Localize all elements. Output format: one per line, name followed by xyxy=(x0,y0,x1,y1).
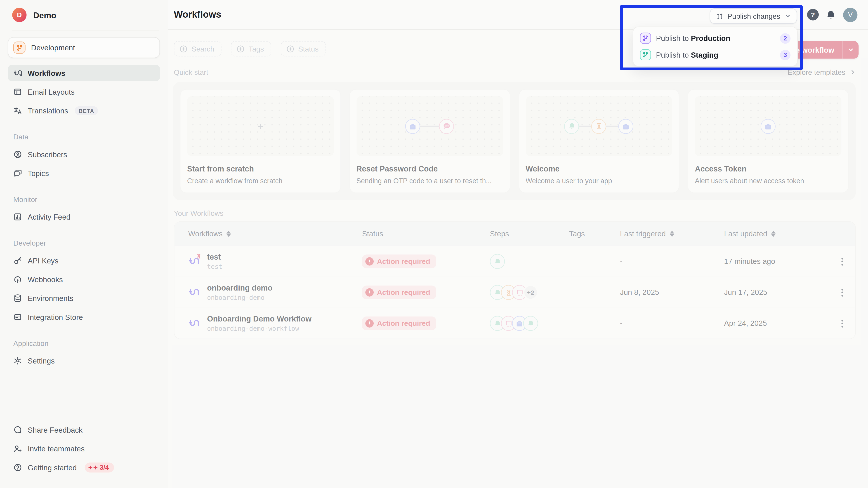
staging-branch-icon xyxy=(640,49,651,60)
last-triggered-cell: - xyxy=(620,319,724,328)
sidebar: D Demo Development Workflows Email Layou… xyxy=(0,0,168,488)
template-card-welcome[interactable]: Welcome Welcome a user to your app xyxy=(518,89,679,193)
key-icon xyxy=(13,256,22,265)
workflow-name-stack: test test xyxy=(207,252,222,271)
sidebar-nav: Workflows Email Layouts Translations BET… xyxy=(0,58,168,371)
environment-selector[interactable]: Development xyxy=(8,37,160,58)
sidebar-item-label: Settings xyxy=(28,357,55,365)
sidebar-item-label: Subscribers xyxy=(28,150,67,159)
sms-step-icon: SMS xyxy=(439,119,454,133)
sidebar-item-webhooks[interactable]: Webhooks xyxy=(8,271,160,288)
table-row[interactable]: test test ! Action required xyxy=(174,246,855,277)
chip-label: Tags xyxy=(249,44,264,53)
workflow-name-cell: test test xyxy=(174,252,362,271)
status-badge: ! Action required xyxy=(362,317,436,330)
email-step-icon xyxy=(618,119,633,133)
plus-icon: + xyxy=(257,120,264,132)
menu-item-publish-production[interactable]: Publish to Production 2 xyxy=(637,30,794,46)
inapp-step-icon xyxy=(564,119,579,133)
filters-row: Search Tags Status xyxy=(174,41,326,57)
table-row[interactable]: onboarding demo onboarding-demo ! Action… xyxy=(174,277,855,308)
subscribers-icon xyxy=(13,150,22,159)
column-header-workflows[interactable]: Workflows xyxy=(174,230,362,238)
notifications-bell-icon[interactable] xyxy=(826,10,836,20)
workflow-name: Onboarding Demo Workflow xyxy=(207,314,311,323)
workflow-name-stack: onboarding demo onboarding-demo xyxy=(207,283,273,302)
last-updated-cell: 17 minutes ago xyxy=(724,257,831,266)
workflow-name-cell: onboarding demo onboarding-demo xyxy=(174,283,362,302)
column-header-steps: Steps xyxy=(490,230,569,238)
tags-filter-chip[interactable]: Tags xyxy=(231,41,271,57)
create-workflow-caret[interactable] xyxy=(842,41,859,59)
sidebar-item-settings[interactable]: Settings xyxy=(8,352,160,369)
column-header-last-updated[interactable]: Last updated xyxy=(724,230,831,238)
sidebar-item-topics[interactable]: Topics xyxy=(8,165,160,182)
publish-dropdown-menu: Publish to Production 2 Publish to Stagi… xyxy=(633,27,798,66)
column-header-last-triggered[interactable]: Last triggered xyxy=(620,230,724,238)
template-card-access-token[interactable]: Access Token Alert users about new acces… xyxy=(688,89,848,193)
org-switcher[interactable]: D Demo xyxy=(12,8,159,22)
sidebar-item-label: Activity Feed xyxy=(28,213,70,221)
inapp-step-icon xyxy=(523,316,538,331)
row-menu-kebab-icon[interactable] xyxy=(834,316,850,331)
sidebar-item-email-layouts[interactable]: Email Layouts xyxy=(8,84,160,100)
row-menu-kebab-icon[interactable] xyxy=(834,285,850,300)
explore-templates-link[interactable]: Explore templates xyxy=(788,68,856,76)
sidebar-item-label: Getting started xyxy=(28,463,76,472)
chip-label: Status xyxy=(298,44,318,53)
sidebar-item-workflows[interactable]: Workflows xyxy=(8,65,160,81)
status-badge: ! Action required xyxy=(362,286,436,299)
nav-section-application: Application xyxy=(13,339,154,348)
content-area: Search Tags Status Create workflow xyxy=(168,30,868,488)
publish-changes-button[interactable]: Publish changes xyxy=(710,8,797,24)
card-description: Welcome a user to your app xyxy=(526,177,672,185)
sidebar-item-integration-store[interactable]: Integration Store xyxy=(8,309,160,325)
card-title: Welcome xyxy=(526,164,672,173)
delay-step-icon xyxy=(591,119,606,133)
plus-circle-icon xyxy=(286,44,294,53)
alert-icon: ! xyxy=(365,257,374,266)
steps-cell: +2 xyxy=(490,285,569,300)
card-preview xyxy=(695,96,841,156)
sidebar-item-subscribers[interactable]: Subscribers xyxy=(8,146,160,163)
chevron-right-icon xyxy=(850,69,856,75)
org-name: Demo xyxy=(33,10,56,20)
card-description: Create a workflow from scratch xyxy=(187,177,334,185)
row-menu-kebab-icon[interactable] xyxy=(834,254,850,269)
getting-started-button[interactable]: Getting started ✦✦ 3/4 xyxy=(8,459,160,476)
workflow-icon xyxy=(188,255,200,267)
steps-cell xyxy=(490,316,569,331)
sort-icon[interactable] xyxy=(670,231,674,237)
inapp-step-icon xyxy=(490,254,505,269)
last-triggered-cell: - xyxy=(620,257,724,266)
search-filter-chip[interactable]: Search xyxy=(174,41,221,57)
sidebar-item-label: Environments xyxy=(28,294,73,302)
user-avatar[interactable]: V xyxy=(843,7,858,22)
sparkles-icon: ✦✦ xyxy=(88,464,98,470)
menu-item-publish-staging[interactable]: Publish to Staging 3 xyxy=(637,46,794,63)
sidebar-item-environments[interactable]: Environments xyxy=(8,290,160,306)
sidebar-item-label: API Keys xyxy=(28,256,58,265)
sort-icon[interactable] xyxy=(226,231,231,237)
sidebar-item-api-keys[interactable]: API Keys xyxy=(8,252,160,269)
workflow-slug: onboarding-demo-workflow xyxy=(207,325,311,332)
sort-icon[interactable] xyxy=(771,231,776,237)
column-header-tags: Tags xyxy=(569,230,620,238)
sidebar-item-activity-feed[interactable]: Activity Feed xyxy=(8,208,160,225)
invite-teammates-button[interactable]: Invite teammates xyxy=(8,440,160,457)
menu-item-text: Publish to Staging xyxy=(656,51,718,59)
workflow-name: onboarding demo xyxy=(207,283,273,292)
template-card-start-from-scratch[interactable]: + Start from scratch Create a workflow f… xyxy=(180,89,341,193)
card-description: Alert users about new access token xyxy=(695,177,841,185)
table-row[interactable]: Onboarding Demo Workflow onboarding-demo… xyxy=(174,308,855,339)
help-icon[interactable]: ? xyxy=(807,9,819,20)
card-title: Start from scratch xyxy=(187,164,334,173)
layout-icon xyxy=(13,88,22,96)
steps-cell xyxy=(490,254,569,269)
workflow-icon xyxy=(188,317,200,329)
template-card-reset-password-code[interactable]: SMS Reset Password Code Sending an OTP c… xyxy=(349,89,510,193)
status-filter-chip[interactable]: Status xyxy=(281,41,326,57)
sidebar-item-translations[interactable]: Translations BETA xyxy=(8,102,160,119)
share-feedback-button[interactable]: Share Feedback xyxy=(8,422,160,438)
email-step-icon xyxy=(405,119,420,133)
